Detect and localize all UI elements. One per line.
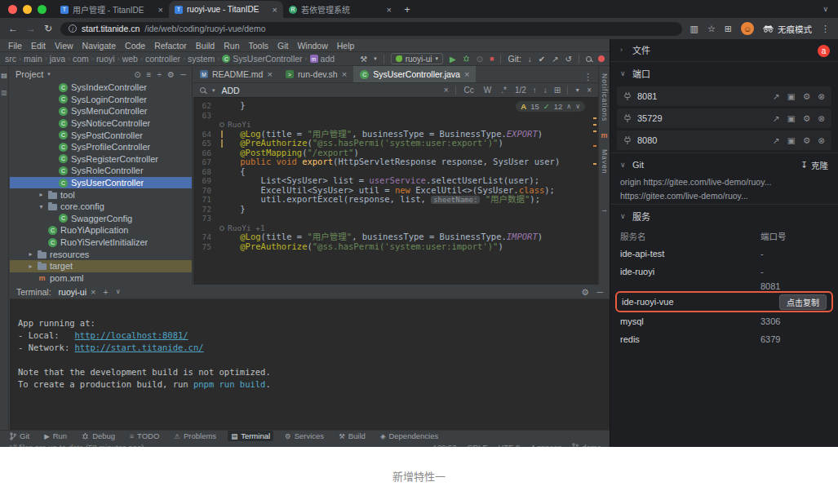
browser-tab-titanide[interactable]: 用户管理 - TitanIDE× <box>55 1 169 18</box>
minimize-icon[interactable]: ─ <box>597 287 603 297</box>
side-panel-icon[interactable]: ▥ <box>690 24 698 34</box>
project-toolwindow-icon[interactable]: ▤ <box>1 72 7 79</box>
forward-button[interactable]: → <box>26 23 36 34</box>
new-tab-button[interactable]: + <box>397 2 417 18</box>
error-stripe-mark[interactable] <box>593 163 596 165</box>
search-query-input[interactable]: ADD <box>222 86 312 95</box>
git-commit-icon[interactable]: ✔ <box>539 55 545 64</box>
code-line[interactable]: 75 @PreAuthorize("@ss.hasPermi('system:u… <box>193 242 598 252</box>
error-stripe-mark[interactable] <box>593 145 596 147</box>
structure-toolwindow-icon[interactable]: ▥ <box>1 89 7 96</box>
tab-search-icon[interactable]: ∨ <box>822 5 828 13</box>
tree-item-sysregistercontroller[interactable]: CSysRegisterController <box>10 153 192 166</box>
hide-panel-icon[interactable]: ─ <box>180 70 186 79</box>
section-git[interactable]: ∨ Git ↧ 克隆 <box>610 154 838 175</box>
section-ports[interactable]: ∨ 端口 <box>610 63 838 84</box>
gear-icon[interactable]: ⚙ <box>803 113 810 123</box>
copy-icon[interactable]: ▣ <box>787 91 796 101</box>
tab-close-icon[interactable]: × <box>387 5 392 15</box>
tree-item-sysmenucontroller[interactable]: CSysMenuController <box>10 105 192 117</box>
breadcrumb-item-ruoyi[interactable]: ruoyi <box>96 54 115 64</box>
toolwindow-terminal[interactable]: ▤Terminal <box>228 431 273 441</box>
service-row-mysql[interactable]: mysql3306 <box>610 312 838 330</box>
tree-item-sysprofilecontroller[interactable]: CSysProfileController <box>10 141 192 153</box>
terminal-tab[interactable]: ruoyi-ui × <box>59 287 96 297</box>
menu-code[interactable]: Code <box>125 41 145 51</box>
tab-close-icon[interactable]: × <box>273 5 277 15</box>
error-stripe-mark[interactable] <box>593 130 596 132</box>
tree-item-sysusercontroller[interactable]: CSysUserController <box>10 177 192 189</box>
new-terminal-button[interactable]: + <box>103 287 108 297</box>
gear-icon[interactable]: ⚙ <box>803 91 810 101</box>
close-search-icon[interactable]: × <box>587 86 592 95</box>
stop-icon[interactable]: ⊗ <box>818 113 825 123</box>
status-utf-8[interactable]: UTF-8 <box>498 443 520 448</box>
toolwindow-git[interactable]: Git <box>7 431 33 441</box>
breadcrumb-item-main[interactable]: main <box>24 54 42 64</box>
site-info-icon[interactable]: i <box>69 24 77 33</box>
tree-item-swaggerconfig[interactable]: CSwaggerConfig <box>10 213 192 225</box>
tree-item-target[interactable]: ▸target <box>10 260 192 272</box>
status-crlf[interactable]: CRLF <box>467 443 487 448</box>
collapse-all-icon[interactable]: ≡ <box>147 70 152 79</box>
service-row-ide-api-test[interactable]: ide-api-test- <box>610 245 838 263</box>
zoom-window-button[interactable] <box>38 5 47 14</box>
error-stripe-mark[interactable] <box>593 117 596 119</box>
menu-help[interactable]: Help <box>337 41 355 51</box>
tree-item-sysindexcontroller[interactable]: CSysIndexController <box>10 82 192 94</box>
notifications-toolwindow-button[interactable]: Notifications <box>601 73 609 122</box>
breadcrumb-item-system[interactable]: system <box>188 54 215 64</box>
build-hammer-icon[interactable]: ⚒ <box>360 55 367 64</box>
browser-menu-icon[interactable]: ⋮ <box>821 24 830 34</box>
menu-edit[interactable]: Edit <box>31 41 46 51</box>
menu-tools[interactable]: Tools <box>248 41 268 51</box>
chevron-down-icon[interactable]: ▾ <box>374 55 377 62</box>
breadcrumb-item-sysusercontroller[interactable]: CSysUserController <box>222 54 302 64</box>
search-everywhere-icon[interactable] <box>586 55 592 64</box>
toolwindow-dependencies[interactable]: ◈Dependencies <box>377 431 441 441</box>
editor-tab-sysusercontroller-java[interactable]: CSysUserController.java× <box>353 66 476 82</box>
address-bar[interactable]: i start.titanide.cn/ide/web/coding/ruoyi… <box>60 22 681 36</box>
tree-item-tool[interactable]: ▸tool <box>10 188 192 201</box>
inspections-widget[interactable]: A 15 ✓ 12 ∧ ∨ <box>516 101 585 112</box>
close-window-button[interactable] <box>8 5 17 14</box>
terminal-link[interactable]: http://localhost:8081/ <box>75 330 188 340</box>
open-external-icon[interactable]: ↗ <box>773 135 780 145</box>
chevron-down-icon[interactable]: ▾ <box>38 203 45 210</box>
breadcrumb-item-src[interactable]: src <box>5 54 16 64</box>
tree-item-ruoyiservletinitializer[interactable]: CRuoYiServletInitializer <box>10 237 192 249</box>
profile-avatar[interactable]: ☺ <box>741 22 754 35</box>
tree-item-sysnoticecontroller[interactable]: CSysNoticeController <box>10 117 192 130</box>
locate-file-icon[interactable]: ⊙ <box>134 70 140 79</box>
chevron-right-icon[interactable]: ▸ <box>27 250 34 258</box>
terminal-output[interactable]: App running at:- Local: http://localhost… <box>10 299 610 391</box>
menu-file[interactable]: File <box>8 41 22 51</box>
clear-search-icon[interactable]: × <box>444 86 449 95</box>
clone-button[interactable]: ↧ 克隆 <box>800 159 828 171</box>
more-icon[interactable]: ⋮ <box>578 72 598 82</box>
breadcrumb-item-java[interactable]: java <box>50 54 65 64</box>
port-row-8080[interactable]: 8080↗▣⚙⊗ <box>617 130 831 150</box>
bookmark-star-icon[interactable]: ☆ <box>707 24 716 34</box>
code-line[interactable]: 73 <box>193 214 598 223</box>
tab-close-icon[interactable]: × <box>91 287 95 297</box>
code-line[interactable]: 67 public void export(HttpServletRespons… <box>193 157 598 167</box>
gear-icon[interactable]: ⚙ <box>167 70 175 79</box>
chevron-down-icon[interactable]: ▾ <box>212 87 215 94</box>
project-panel-title[interactable]: Project <box>16 69 43 79</box>
notification-dot-icon[interactable] <box>598 55 605 62</box>
menu-run[interactable]: Run <box>224 41 239 51</box>
minimize-window-button[interactable] <box>23 5 32 14</box>
notification-badge[interactable]: a <box>818 45 830 57</box>
port-row-35729[interactable]: 35729↗▣⚙⊗ <box>617 108 831 128</box>
code-area[interactable]: 62 }63 RuoYi64 @Log(title = "用户管理", busi… <box>193 99 598 285</box>
toolwindow-debug[interactable]: Debug <box>78 431 118 441</box>
expand-panel-icon[interactable]: → <box>601 206 608 214</box>
service-row-ide-ruoyi[interactable]: ide-ruoyi- <box>610 263 838 281</box>
code-line[interactable]: 63 <box>193 111 598 121</box>
service-row-ide-ruoyi-vue[interactable]: ide-ruoyi-vue点击复制 <box>615 291 833 312</box>
browser-tab-ruoyi-vue-titanide[interactable]: ruoyi-vue - TitanIDE× <box>169 1 283 18</box>
run-button[interactable]: ▶ <box>450 55 456 64</box>
menu-navigate[interactable]: Navigate <box>82 41 116 51</box>
browser-tab-[interactable]: 若依管理系统× <box>283 1 397 18</box>
